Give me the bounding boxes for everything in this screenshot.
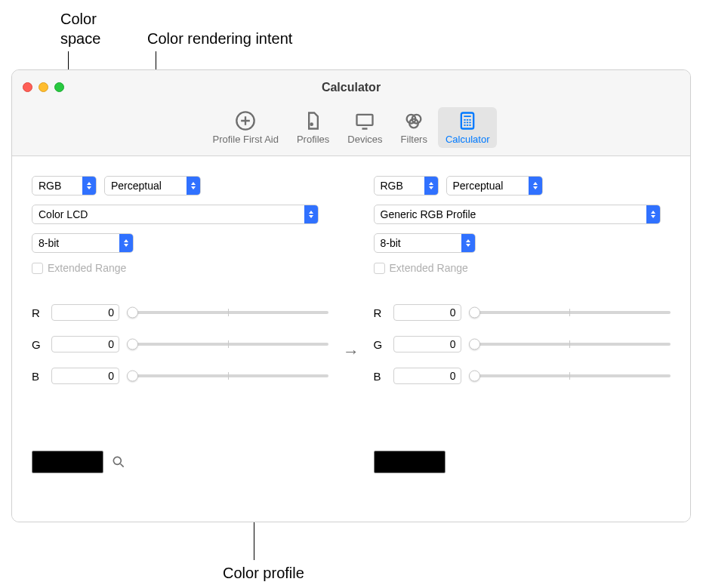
source-g-slider[interactable] [127, 337, 328, 352]
titlebar: Calculator [12, 70, 690, 104]
devices-icon [354, 110, 375, 131]
svg-point-1 [310, 122, 313, 126]
select-value: Color LCD [39, 208, 88, 220]
profiles-icon [303, 110, 324, 131]
extended-range-label: Extended Range [48, 262, 126, 274]
calculator-icon [457, 110, 478, 131]
source-intent-select[interactable]: Perceptual [104, 176, 201, 195]
toolbar-devices[interactable]: Devices [340, 107, 390, 148]
source-b-slider[interactable] [127, 368, 328, 383]
source-profile-select[interactable]: Color LCD [32, 205, 319, 224]
select-value: Generic RGB Profile [381, 208, 476, 220]
callout-color-profile: Color profile [223, 565, 304, 582]
conversion-arrow: → [328, 342, 373, 362]
toolbar-label: Filters [401, 134, 427, 145]
svg-rect-6 [461, 113, 473, 129]
toolbar-calculator[interactable]: Calculator [438, 107, 498, 148]
select-value: RGB [39, 180, 61, 192]
dest-depth-select[interactable]: 8-bit [374, 233, 476, 253]
dest-intent-select[interactable]: Perceptual [446, 176, 543, 195]
toolbar-label: Calculator [446, 134, 490, 145]
chevron-updown-icon [187, 177, 200, 195]
toolbar-label: Devices [347, 134, 382, 145]
svg-rect-2 [357, 115, 373, 125]
source-color-swatch [32, 451, 103, 473]
chevron-updown-icon [82, 177, 96, 195]
channel-label: R [32, 306, 44, 319]
window-title: Calculator [12, 81, 690, 94]
select-value: RGB [381, 180, 403, 192]
source-extended-range: Extended Range [32, 262, 328, 274]
toolbar-label: Profile First Aid [213, 134, 279, 145]
chevron-updown-icon [461, 234, 475, 252]
toolbar-filters[interactable]: Filters [393, 107, 435, 148]
callout-rendering-intent: Color rendering intent [147, 30, 292, 48]
dest-g-slider[interactable] [469, 337, 671, 352]
dest-b-slider[interactable] [469, 368, 671, 383]
filters-icon [403, 110, 424, 131]
source-depth-select[interactable]: 8-bit [32, 233, 134, 253]
extended-range-label: Extended Range [390, 262, 468, 274]
source-r-field[interactable] [51, 304, 119, 321]
extended-range-checkbox [374, 263, 385, 274]
source-column: RGB Perceptual Color LCD 8-bit Exten [32, 176, 328, 473]
source-color-space-select[interactable]: RGB [32, 176, 97, 195]
dest-extended-range: Extended Range [374, 262, 671, 274]
dest-g-field[interactable] [393, 336, 461, 352]
dest-color-swatch [374, 451, 446, 473]
chevron-updown-icon [119, 234, 133, 252]
dest-column: RGB Perceptual Generic RGB Profile 8-bit [374, 176, 671, 473]
source-g-field[interactable] [51, 336, 119, 352]
dest-r-slider[interactable] [469, 305, 671, 320]
channel-label: G [374, 338, 386, 351]
dest-r-field[interactable] [393, 304, 461, 321]
chevron-updown-icon [529, 177, 542, 195]
chevron-updown-icon [424, 177, 438, 195]
chevron-updown-icon [304, 205, 318, 223]
first-aid-icon [235, 110, 256, 131]
dest-b-field[interactable] [393, 368, 461, 384]
extended-range-checkbox [32, 263, 43, 274]
callout-color-space-2: space [60, 30, 100, 48]
select-value: Perceptual [111, 180, 162, 192]
dest-profile-select[interactable]: Generic RGB Profile [374, 205, 661, 224]
chevron-updown-icon [646, 205, 660, 223]
dest-color-space-select[interactable]: RGB [374, 176, 439, 195]
app-window: Calculator Profile First Aid Profiles De… [11, 69, 691, 522]
svg-point-7 [113, 457, 121, 464]
channel-label: R [374, 306, 386, 319]
channel-label: B [32, 370, 44, 383]
toolbar-label: Profiles [297, 134, 329, 145]
channel-label: G [32, 338, 44, 351]
select-value: 8-bit [39, 237, 59, 249]
eyedropper-icon[interactable] [111, 454, 126, 469]
toolbar: Profile First Aid Profiles Devices Filte… [12, 104, 690, 156]
toolbar-profiles[interactable]: Profiles [289, 107, 337, 148]
calculator-pane: RGB Perceptual Color LCD 8-bit Exten [12, 156, 690, 522]
source-r-slider[interactable] [127, 305, 328, 320]
callout-color-space: Color [60, 11, 97, 28]
toolbar-profile-first-aid[interactable]: Profile First Aid [205, 107, 286, 148]
select-value: Perceptual [453, 180, 504, 192]
source-b-field[interactable] [51, 368, 119, 384]
select-value: 8-bit [381, 237, 401, 249]
channel-label: B [374, 370, 386, 383]
